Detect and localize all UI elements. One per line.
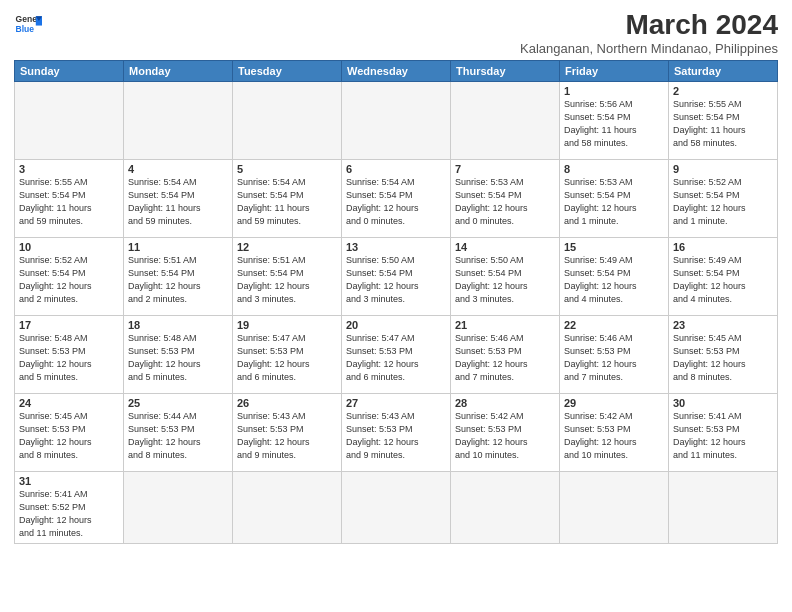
calendar-day-cell [342, 81, 451, 159]
calendar-day-cell [451, 471, 560, 543]
day-info: Sunrise: 5:45 AM Sunset: 5:53 PM Dayligh… [673, 332, 773, 384]
weekday-header-monday: Monday [124, 60, 233, 81]
day-info: Sunrise: 5:48 AM Sunset: 5:53 PM Dayligh… [19, 332, 119, 384]
day-number: 20 [346, 319, 446, 331]
calendar-week-row: 17Sunrise: 5:48 AM Sunset: 5:53 PM Dayli… [15, 315, 778, 393]
calendar-day-cell: 21Sunrise: 5:46 AM Sunset: 5:53 PM Dayli… [451, 315, 560, 393]
day-number: 3 [19, 163, 119, 175]
day-info: Sunrise: 5:51 AM Sunset: 5:54 PM Dayligh… [128, 254, 228, 306]
calendar-day-cell: 22Sunrise: 5:46 AM Sunset: 5:53 PM Dayli… [560, 315, 669, 393]
main-title: March 2024 [520, 10, 778, 41]
day-info: Sunrise: 5:52 AM Sunset: 5:54 PM Dayligh… [673, 176, 773, 228]
day-info: Sunrise: 5:49 AM Sunset: 5:54 PM Dayligh… [564, 254, 664, 306]
day-number: 8 [564, 163, 664, 175]
calendar-day-cell: 28Sunrise: 5:42 AM Sunset: 5:53 PM Dayli… [451, 393, 560, 471]
calendar-day-cell [233, 471, 342, 543]
day-number: 26 [237, 397, 337, 409]
day-number: 27 [346, 397, 446, 409]
weekday-header-sunday: Sunday [15, 60, 124, 81]
calendar-day-cell: 27Sunrise: 5:43 AM Sunset: 5:53 PM Dayli… [342, 393, 451, 471]
day-info: Sunrise: 5:50 AM Sunset: 5:54 PM Dayligh… [346, 254, 446, 306]
day-number: 7 [455, 163, 555, 175]
day-info: Sunrise: 5:43 AM Sunset: 5:53 PM Dayligh… [346, 410, 446, 462]
day-number: 17 [19, 319, 119, 331]
day-info: Sunrise: 5:55 AM Sunset: 5:54 PM Dayligh… [673, 98, 773, 150]
day-info: Sunrise: 5:44 AM Sunset: 5:53 PM Dayligh… [128, 410, 228, 462]
day-info: Sunrise: 5:53 AM Sunset: 5:54 PM Dayligh… [455, 176, 555, 228]
calendar-day-cell: 8Sunrise: 5:53 AM Sunset: 5:54 PM Daylig… [560, 159, 669, 237]
weekday-header-friday: Friday [560, 60, 669, 81]
calendar-week-row: 31Sunrise: 5:41 AM Sunset: 5:52 PM Dayli… [15, 471, 778, 543]
day-number: 16 [673, 241, 773, 253]
day-number: 1 [564, 85, 664, 97]
calendar-day-cell: 6Sunrise: 5:54 AM Sunset: 5:54 PM Daylig… [342, 159, 451, 237]
calendar-day-cell: 18Sunrise: 5:48 AM Sunset: 5:53 PM Dayli… [124, 315, 233, 393]
calendar-day-cell: 13Sunrise: 5:50 AM Sunset: 5:54 PM Dayli… [342, 237, 451, 315]
calendar-day-cell [560, 471, 669, 543]
header: General Blue March 2024 Kalanganan, Nort… [14, 10, 778, 56]
day-number: 6 [346, 163, 446, 175]
day-number: 21 [455, 319, 555, 331]
logo: General Blue [14, 10, 42, 38]
calendar-day-cell: 3Sunrise: 5:55 AM Sunset: 5:54 PM Daylig… [15, 159, 124, 237]
day-info: Sunrise: 5:41 AM Sunset: 5:52 PM Dayligh… [19, 488, 119, 540]
calendar-table: SundayMondayTuesdayWednesdayThursdayFrid… [14, 60, 778, 544]
calendar-day-cell: 26Sunrise: 5:43 AM Sunset: 5:53 PM Dayli… [233, 393, 342, 471]
calendar-day-cell [669, 471, 778, 543]
weekday-header-wednesday: Wednesday [342, 60, 451, 81]
day-info: Sunrise: 5:45 AM Sunset: 5:53 PM Dayligh… [19, 410, 119, 462]
day-number: 13 [346, 241, 446, 253]
weekday-header-saturday: Saturday [669, 60, 778, 81]
day-info: Sunrise: 5:54 AM Sunset: 5:54 PM Dayligh… [346, 176, 446, 228]
day-info: Sunrise: 5:56 AM Sunset: 5:54 PM Dayligh… [564, 98, 664, 150]
calendar-day-cell: 17Sunrise: 5:48 AM Sunset: 5:53 PM Dayli… [15, 315, 124, 393]
calendar-day-cell: 4Sunrise: 5:54 AM Sunset: 5:54 PM Daylig… [124, 159, 233, 237]
day-number: 19 [237, 319, 337, 331]
day-info: Sunrise: 5:52 AM Sunset: 5:54 PM Dayligh… [19, 254, 119, 306]
calendar-day-cell [124, 81, 233, 159]
day-number: 10 [19, 241, 119, 253]
day-info: Sunrise: 5:51 AM Sunset: 5:54 PM Dayligh… [237, 254, 337, 306]
calendar-day-cell: 14Sunrise: 5:50 AM Sunset: 5:54 PM Dayli… [451, 237, 560, 315]
calendar-page: General Blue March 2024 Kalanganan, Nort… [0, 0, 792, 612]
day-info: Sunrise: 5:47 AM Sunset: 5:53 PM Dayligh… [237, 332, 337, 384]
day-info: Sunrise: 5:43 AM Sunset: 5:53 PM Dayligh… [237, 410, 337, 462]
weekday-header-row: SundayMondayTuesdayWednesdayThursdayFrid… [15, 60, 778, 81]
day-number: 22 [564, 319, 664, 331]
day-info: Sunrise: 5:50 AM Sunset: 5:54 PM Dayligh… [455, 254, 555, 306]
calendar-day-cell: 29Sunrise: 5:42 AM Sunset: 5:53 PM Dayli… [560, 393, 669, 471]
calendar-day-cell [124, 471, 233, 543]
day-info: Sunrise: 5:47 AM Sunset: 5:53 PM Dayligh… [346, 332, 446, 384]
day-number: 18 [128, 319, 228, 331]
day-number: 23 [673, 319, 773, 331]
calendar-day-cell: 15Sunrise: 5:49 AM Sunset: 5:54 PM Dayli… [560, 237, 669, 315]
day-info: Sunrise: 5:42 AM Sunset: 5:53 PM Dayligh… [455, 410, 555, 462]
calendar-day-cell: 31Sunrise: 5:41 AM Sunset: 5:52 PM Dayli… [15, 471, 124, 543]
day-info: Sunrise: 5:49 AM Sunset: 5:54 PM Dayligh… [673, 254, 773, 306]
logo-icon: General Blue [14, 10, 42, 38]
day-info: Sunrise: 5:48 AM Sunset: 5:53 PM Dayligh… [128, 332, 228, 384]
day-info: Sunrise: 5:41 AM Sunset: 5:53 PM Dayligh… [673, 410, 773, 462]
day-number: 9 [673, 163, 773, 175]
calendar-day-cell: 11Sunrise: 5:51 AM Sunset: 5:54 PM Dayli… [124, 237, 233, 315]
day-info: Sunrise: 5:53 AM Sunset: 5:54 PM Dayligh… [564, 176, 664, 228]
day-number: 5 [237, 163, 337, 175]
day-number: 30 [673, 397, 773, 409]
day-number: 15 [564, 241, 664, 253]
calendar-day-cell: 24Sunrise: 5:45 AM Sunset: 5:53 PM Dayli… [15, 393, 124, 471]
subtitle: Kalanganan, Northern Mindanao, Philippin… [520, 41, 778, 56]
calendar-day-cell [15, 81, 124, 159]
calendar-day-cell: 10Sunrise: 5:52 AM Sunset: 5:54 PM Dayli… [15, 237, 124, 315]
calendar-day-cell: 5Sunrise: 5:54 AM Sunset: 5:54 PM Daylig… [233, 159, 342, 237]
calendar-day-cell: 23Sunrise: 5:45 AM Sunset: 5:53 PM Dayli… [669, 315, 778, 393]
svg-text:Blue: Blue [16, 24, 35, 34]
calendar-day-cell: 7Sunrise: 5:53 AM Sunset: 5:54 PM Daylig… [451, 159, 560, 237]
calendar-day-cell: 12Sunrise: 5:51 AM Sunset: 5:54 PM Dayli… [233, 237, 342, 315]
calendar-week-row: 1Sunrise: 5:56 AM Sunset: 5:54 PM Daylig… [15, 81, 778, 159]
weekday-header-tuesday: Tuesday [233, 60, 342, 81]
day-number: 25 [128, 397, 228, 409]
day-number: 28 [455, 397, 555, 409]
day-number: 4 [128, 163, 228, 175]
calendar-day-cell [451, 81, 560, 159]
calendar-day-cell: 30Sunrise: 5:41 AM Sunset: 5:53 PM Dayli… [669, 393, 778, 471]
